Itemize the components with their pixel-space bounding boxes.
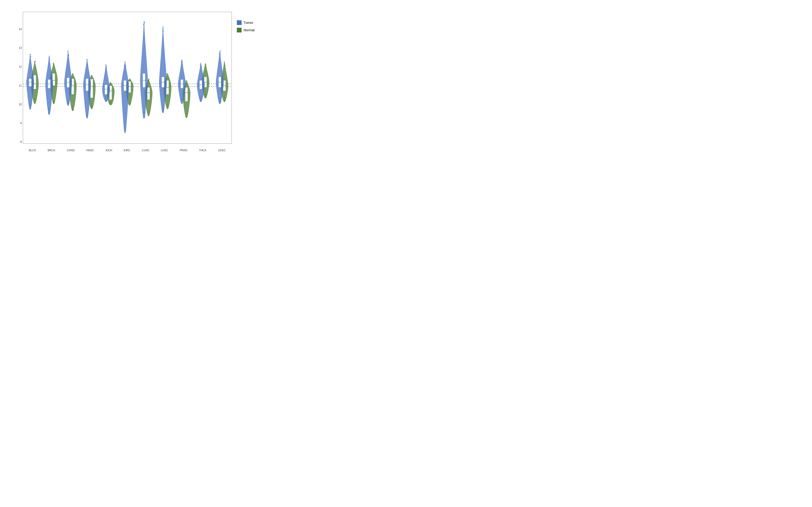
svg-point-221 <box>162 110 163 111</box>
svg-point-263 <box>186 116 187 116</box>
chart-area: 14 13 12 11 10 9 8 BLCABRCACOADHNSCKICHK… <box>7 10 264 156</box>
x-axis-labels: BLCABRCACOADHNSCKICHKIRCLUADLUSCPRADTHCA… <box>23 149 232 152</box>
svg-point-162 <box>124 127 125 128</box>
svg-point-265 <box>186 113 187 114</box>
svg-point-240 <box>168 74 168 75</box>
svg-point-47 <box>49 59 50 59</box>
svg-point-150 <box>110 82 111 83</box>
svg-point-116 <box>92 107 92 108</box>
svg-point-176 <box>129 103 130 104</box>
svg-point-100 <box>87 112 88 113</box>
x-tick-brca: BRCA <box>48 149 55 152</box>
svg-point-51 <box>49 56 50 57</box>
svg-point-88 <box>72 75 72 76</box>
svg-point-200 <box>143 24 144 24</box>
chart-title <box>7 5 264 8</box>
svg-point-223 <box>163 109 164 110</box>
legend-item-normal: Normal <box>237 28 264 33</box>
chart-container: 14 13 12 11 10 9 8 BLCABRCACOADHNSCKICHK… <box>7 5 264 164</box>
svg-point-46 <box>49 60 50 61</box>
svg-point-145 <box>111 101 111 102</box>
svg-point-45 <box>49 56 50 56</box>
svg-point-42 <box>49 111 49 112</box>
svg-point-324 <box>224 100 225 101</box>
y-axis-label <box>7 10 13 156</box>
svg-rect-242 <box>185 88 188 101</box>
y-tick-12: 12 <box>14 65 22 68</box>
svg-point-29 <box>34 63 35 64</box>
svg-point-147 <box>110 85 111 86</box>
svg-point-108 <box>86 59 87 60</box>
svg-point-31 <box>35 61 36 61</box>
svg-point-111 <box>87 64 87 64</box>
x-tick-coad: COAD <box>67 149 74 152</box>
svg-point-209 <box>149 79 150 80</box>
svg-point-321 <box>220 55 220 56</box>
svg-point-121 <box>91 79 92 79</box>
svg-rect-64 <box>67 78 69 88</box>
svg-point-331 <box>224 61 224 62</box>
svg-point-271 <box>187 80 187 81</box>
x-tick-blca: BLCA <box>29 149 36 152</box>
svg-point-114 <box>91 106 92 107</box>
svg-point-257 <box>181 64 182 65</box>
svg-point-229 <box>163 27 163 28</box>
svg-point-238 <box>167 74 167 75</box>
svg-point-283 <box>201 97 201 98</box>
svg-point-107 <box>87 59 88 60</box>
svg-point-56 <box>53 102 54 103</box>
svg-point-73 <box>67 102 68 103</box>
x-tick-luad: LUAD <box>142 149 149 152</box>
svg-point-13 <box>30 108 31 109</box>
legend-label-normal: Normal <box>244 28 254 32</box>
svg-point-253 <box>181 98 182 98</box>
y-tick-9: 9 <box>14 122 22 125</box>
svg-point-167 <box>125 65 126 66</box>
svg-point-160 <box>125 129 126 130</box>
svg-point-144 <box>110 104 111 105</box>
svg-point-10 <box>30 105 31 106</box>
svg-point-115 <box>91 104 92 105</box>
svg-point-233 <box>167 104 167 105</box>
svg-point-287 <box>200 67 201 67</box>
svg-point-301 <box>205 64 206 65</box>
svg-point-298 <box>206 66 207 67</box>
svg-rect-182 <box>147 88 150 100</box>
svg-point-327 <box>224 64 224 65</box>
svg-point-311 <box>219 98 219 99</box>
svg-point-118 <box>91 75 92 76</box>
svg-point-22 <box>34 100 35 100</box>
svg-point-21 <box>30 54 31 55</box>
svg-point-11 <box>30 107 31 108</box>
svg-point-79 <box>68 53 69 54</box>
svg-point-270 <box>186 84 187 85</box>
svg-point-80 <box>68 55 69 56</box>
svg-point-30 <box>34 61 35 62</box>
svg-point-241 <box>168 76 168 77</box>
svg-point-132 <box>106 99 107 100</box>
svg-point-251 <box>182 100 183 101</box>
svg-point-173 <box>129 104 130 105</box>
svg-point-211 <box>148 80 148 81</box>
svg-point-141 <box>106 65 107 66</box>
svg-point-119 <box>92 75 92 76</box>
svg-rect-124 <box>105 85 107 94</box>
svg-point-282 <box>200 98 201 99</box>
svg-point-151 <box>111 84 112 86</box>
svg-point-268 <box>186 80 186 81</box>
svg-point-23 <box>34 99 35 99</box>
svg-point-40 <box>48 113 49 114</box>
svg-point-161 <box>125 128 125 129</box>
svg-point-247 <box>182 102 183 103</box>
svg-point-291 <box>200 65 201 66</box>
svg-point-317 <box>219 55 220 55</box>
svg-point-133 <box>106 98 106 98</box>
svg-point-188 <box>144 114 145 115</box>
legend-color-normal <box>237 28 242 33</box>
legend-color-tumor <box>237 20 242 25</box>
svg-point-191 <box>144 112 145 113</box>
y-tick-11: 11 <box>14 84 22 87</box>
x-tick-kirc: KIRC <box>124 149 130 152</box>
svg-point-43 <box>49 109 49 110</box>
x-tick-lusc: LUSC <box>161 149 168 152</box>
